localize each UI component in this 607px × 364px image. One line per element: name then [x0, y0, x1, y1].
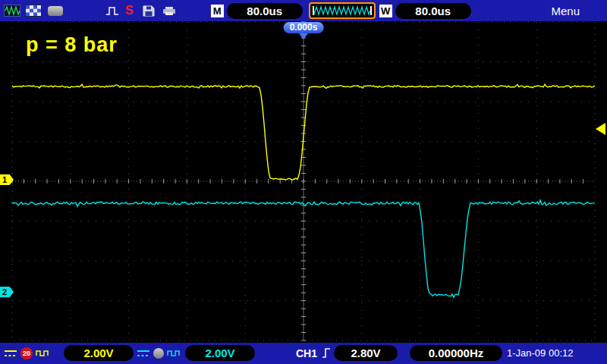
trigger-source-label: CH1: [296, 347, 317, 359]
trigger-level-readout: 2.80V: [334, 345, 398, 361]
ch2-scale-readout: 2.00V: [185, 345, 255, 361]
time-position-marker: [299, 33, 308, 39]
rising-edge-icon: [322, 347, 331, 359]
utility-icon: [48, 6, 63, 16]
ch2-dc-coupling-icon: [137, 349, 150, 358]
save-icon: [143, 5, 155, 17]
ch1-scale-readout: 2.00V: [64, 345, 134, 361]
single-trigger-indicator: S: [125, 5, 134, 17]
ch1-waveform-icon: [36, 349, 49, 358]
main-timebase-label: M: [211, 5, 224, 17]
datetime-display: 1-Jan-09 00:12: [507, 348, 573, 359]
menu-button[interactable]: Menu: [551, 5, 580, 17]
run-indicator-icon: [4, 5, 20, 17]
time-offset-readout: 0.000s: [284, 22, 324, 33]
ch1-indicators: 20: [4, 343, 49, 364]
ch1-dc-coupling-icon: [4, 349, 17, 358]
window-zone-indicator: [309, 2, 376, 19]
oscilloscope-ui: S M 80.0us W 80.0us Menu p = 8 bar 0.000…: [0, 0, 607, 364]
top-bar: S M 80.0us W 80.0us Menu: [0, 0, 607, 21]
checkerboard-icon: [25, 5, 42, 17]
trigger-level-marker: [596, 123, 605, 135]
bottom-bar: 20 2.00V 2.00V CH1 2.80V 0.00000Hz 1-Jan…: [0, 343, 607, 364]
ch2-filter-badge: [153, 348, 164, 359]
waveform-traces: [0, 21, 607, 343]
waveform-display: p = 8 bar 0.000s 1 2: [0, 21, 607, 343]
trigger-pulse-icon: [105, 6, 119, 16]
ch2-waveform-icon: [167, 349, 181, 358]
main-timebase-readout: 80.0us: [227, 3, 303, 19]
ch2-indicators: [137, 343, 181, 364]
annotation-text: p = 8 bar: [26, 33, 118, 57]
window-timebase-readout: 80.0us: [395, 3, 471, 19]
ch1-bandwidth-badge: 20: [20, 347, 33, 359]
frequency-readout: 0.00000Hz: [410, 345, 502, 361]
printer-icon: [162, 6, 176, 16]
window-zone-wave: [312, 5, 373, 16]
window-timebase-label: W: [379, 5, 392, 17]
